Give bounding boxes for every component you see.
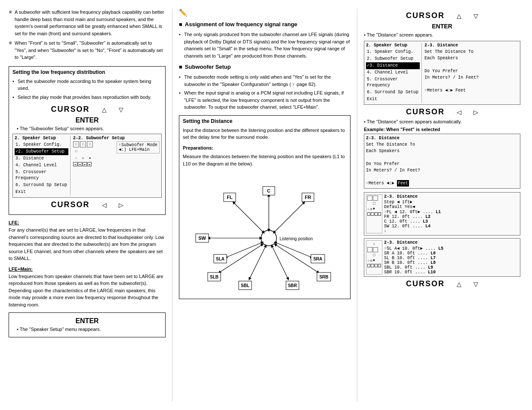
cursor-block-r1: CURSOR △ ▽ bbox=[364, 11, 520, 20]
cursor-right-r2: ▷ bbox=[474, 109, 478, 116]
dist-sbr: SBR 10. 0ft .... L10 bbox=[384, 270, 518, 275]
sub-bullet-2: When the input signal is analog or a PCM… bbox=[179, 89, 351, 111]
svg-line-3 bbox=[234, 202, 264, 233]
subwoofer-mode-box: ↑Subwoofer Mode◄:) LFE+Main bbox=[117, 141, 160, 153]
enter-note-2: The "Speaker Setup" menu reappears. bbox=[12, 327, 162, 332]
cursor-down-r3: ▽ bbox=[474, 281, 478, 288]
l4-label: L4 bbox=[425, 224, 431, 229]
cursor-block-1: CURSOR △ ▽ bbox=[12, 105, 162, 114]
cursor-left-2: ◁ bbox=[102, 202, 107, 208]
distance-title: Setting the Distance bbox=[183, 118, 347, 124]
icon-subrow-3: ☆ ◇ ♦ bbox=[73, 155, 115, 161]
dist-scroll: ↓ bbox=[384, 229, 518, 233]
icon-box-6: ◇ bbox=[80, 155, 86, 161]
feet-highlighted: Feet bbox=[397, 180, 409, 187]
dist-line-2: Each Speakers bbox=[424, 55, 518, 61]
enter-label-2: ENTER bbox=[12, 317, 162, 325]
cursor-label-1: CURSOR bbox=[51, 105, 89, 114]
menu-item-r2: 2. Subwoofer Setup bbox=[366, 55, 420, 62]
menu-item-5: 5. Crossover Frequency bbox=[15, 169, 68, 182]
menu-left-1: 2. Speaker Setup 1. Speaker Config. ✓2. … bbox=[15, 136, 71, 196]
example-content: Set The Distance To Each Speakers Do You… bbox=[366, 141, 518, 187]
cursor-block-r3: CURSOR △ ▽ bbox=[364, 279, 520, 288]
dist-srb: SR B 10. 0ft .... L8 bbox=[384, 260, 518, 265]
dist-sra: SR A 10. 0ft .... L6 bbox=[384, 251, 518, 256]
distance-section-box: Setting the Distance Input the distance … bbox=[179, 115, 351, 300]
l5-label: L5 bbox=[438, 246, 443, 251]
dist-data-1: 2-3. Distance Step ◄ 1ft► Default Yes◄ ☞… bbox=[384, 194, 518, 233]
ex-line-2: Each Speakers bbox=[366, 148, 518, 154]
alf-bullet-1: The only signals produced from the subwo… bbox=[179, 31, 351, 59]
cursor-label-r1: CURSOR bbox=[406, 11, 445, 20]
icon-box-10: ▬ bbox=[83, 162, 87, 166]
dist-slb: SL B 10. 0ft .... L7 bbox=[384, 256, 518, 260]
lfe-main-title: LFE+Main: bbox=[9, 266, 166, 272]
di2-row1: ↓ bbox=[367, 242, 381, 246]
di-1 bbox=[367, 196, 372, 201]
ex-line-5: ☞Meters ◄:► Feet bbox=[366, 180, 518, 187]
di-row2: □ bbox=[367, 202, 381, 206]
di2-row4: ☆◇♦ bbox=[367, 258, 381, 263]
bullet-2: When "Front" is set to "Small", "Subwoof… bbox=[9, 40, 166, 61]
menu-right-1: 2-2. Subwoofer Setup □ □ □ □ bbox=[71, 136, 160, 196]
l7-label: L7 bbox=[431, 256, 436, 260]
di-6 bbox=[367, 212, 370, 216]
l9-label: L9 bbox=[428, 265, 433, 270]
di-row3: ☆◇♦ bbox=[367, 207, 381, 211]
dist-line-3: Do You Prefer bbox=[424, 68, 518, 74]
menu-right-icons: □ □ □ □ ☆ ◇ ♦ bbox=[73, 141, 115, 167]
svg-line-8 bbox=[275, 242, 312, 257]
l1-label: L1 bbox=[436, 210, 441, 214]
enter-note-r1: The "Distance" screen appears. bbox=[364, 32, 520, 37]
l2-label: L2 bbox=[425, 214, 431, 219]
low-freq-bullet-1: Set the subwoofer mode according to the … bbox=[12, 78, 162, 92]
dist-fr: FR 12. 0ft .... L2 bbox=[384, 214, 518, 219]
svg-text:FL: FL bbox=[227, 195, 233, 200]
ex-line-1: Set The Distance To bbox=[366, 141, 518, 148]
menu-item-4: 4. Channel Level bbox=[15, 162, 68, 169]
menu-item-r1: 1. Speaker Config. bbox=[366, 49, 420, 55]
enter-note-1: The "Subwoofer Setup" screen appears. bbox=[12, 126, 162, 131]
dist-sla: ☞SL A◄ 10. 0ft► .... L5 bbox=[384, 246, 518, 251]
icon-subrow-2: □ bbox=[73, 148, 115, 154]
svg-text:C: C bbox=[267, 188, 271, 193]
lfe-title: LFE: bbox=[9, 220, 166, 225]
low-freq-section: Setting the low frequency distribution S… bbox=[9, 66, 166, 215]
dist-default: Default Yes◄ bbox=[384, 205, 518, 209]
icon-box-3: □ bbox=[87, 141, 93, 147]
dist-sbl: SBL 10. 0ft .... L9 bbox=[384, 265, 518, 270]
sub-bullet-1: The subwoofer mode setting is only valid… bbox=[179, 73, 351, 88]
menu-item-r4: 4. Channel Level bbox=[366, 69, 420, 76]
icon-box-5: ☆ bbox=[73, 155, 79, 161]
menu-right-content-r1: Set The Distance To Each Speakers Do You… bbox=[424, 49, 518, 94]
dist-icons-col-1: □ ☆◇♦ bbox=[366, 194, 382, 233]
dist-line-4: In Meters? / In Feet? bbox=[424, 74, 518, 81]
sub-title: Subwoofer Setup bbox=[179, 64, 351, 70]
dist-line-5: ☞Meters ◄:► Feet bbox=[424, 87, 518, 94]
low-freq-bullets: Set the subwoofer mode according to the … bbox=[12, 78, 162, 101]
middle-column: ✏️ Assignment of low frequency signal ra… bbox=[172, 9, 357, 401]
dist-table-2: ↓ □ ☆◇♦ bbox=[364, 238, 520, 277]
svg-text:SLA: SLA bbox=[216, 257, 224, 261]
l10-label: L10 bbox=[428, 270, 436, 275]
dist-line-1: Set The Distance To bbox=[424, 49, 518, 55]
icon-box-9: ▬ bbox=[78, 162, 82, 166]
bullet-1: A subwoofer with sufficient low frequenc… bbox=[9, 9, 166, 37]
enter-label-1: ENTER bbox=[12, 116, 162, 124]
enter-block-2: ENTER bbox=[12, 317, 162, 325]
menu-item-6: 6. Surround Sp Setup bbox=[15, 182, 68, 189]
svg-line-5 bbox=[274, 202, 304, 233]
lfe-body: For any channel(s) that are set to LARGE… bbox=[9, 226, 166, 262]
icon-box-4: □ bbox=[73, 148, 79, 154]
icon-box-11: ▬ bbox=[87, 162, 92, 166]
example-label: Example: When "Feet" is selected bbox=[364, 127, 520, 132]
dist-data-2: 2-3. Distance ☞SL A◄ 10. 0ft► .... L5 SR… bbox=[384, 240, 518, 275]
menu-item-r3: ✓3. Distance bbox=[366, 62, 420, 69]
menu-right-header-r1: 2-3. Distance bbox=[424, 43, 518, 48]
alf-bullets: The only signals produced from the subwo… bbox=[179, 31, 351, 59]
enter-block-1: ENTER bbox=[12, 116, 162, 124]
di-row1 bbox=[367, 196, 381, 201]
svg-line-12 bbox=[272, 246, 288, 279]
di-2 bbox=[373, 196, 378, 201]
cursor-up-r1: △ bbox=[457, 12, 461, 19]
